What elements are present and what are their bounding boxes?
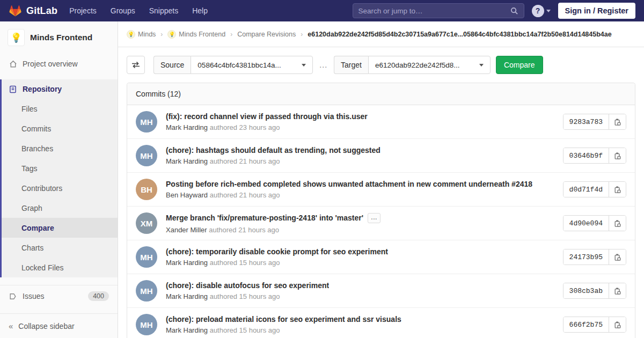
commit-title-link[interactable]: Posting before rich-embed completed show… — [166, 180, 532, 188]
commits-header: Commits (12) — [127, 83, 635, 105]
commit-sha[interactable]: 666f2b75 — [564, 317, 609, 332]
source-revision-dropdown[interactable]: 05864c4bfc4381bbc14a... — [191, 56, 313, 74]
main-content: 💡 Minds › 💡 Minds Frontend › Compare Rev… — [118, 21, 644, 338]
sidebar-issues-block: Issues 400 — [0, 285, 118, 306]
commit-author-link[interactable]: Mark Harding — [166, 292, 208, 300]
sidebar-section-repository: Repository Files Commits Branches Tags C… — [0, 79, 118, 277]
avatar[interactable]: MH — [136, 111, 157, 133]
target-revision-dropdown[interactable]: e6120dab922de242f5d8... — [368, 56, 491, 74]
sidebar-repo-subitem[interactable]: Contributors — [2, 178, 118, 198]
copy-sha-button[interactable] — [609, 216, 626, 231]
copy-sha-button[interactable] — [609, 114, 626, 129]
breadcrumb-separator: › — [230, 31, 232, 38]
source-label: Source — [153, 56, 191, 74]
collapse-label: Collapse sidebar — [18, 322, 74, 330]
sidebar-item-issues[interactable]: Issues 400 — [0, 286, 118, 306]
sidebar-item-label: Graph — [21, 204, 42, 212]
nav-link[interactable]: Help — [192, 6, 208, 15]
commit-sha[interactable]: 4d90e094 — [564, 216, 609, 231]
sidebar-repo-subitem[interactable]: Commits — [2, 119, 118, 138]
commit-title-link[interactable]: (chore): hashtags should default as tren… — [166, 146, 380, 155]
sidebar-repo-subitem[interactable]: Graph — [2, 198, 118, 218]
sidebar-item-label: Tags — [21, 164, 38, 173]
breadcrumb-label: Compare Revisions — [237, 31, 296, 38]
commit-author-link[interactable]: Mark Harding — [166, 326, 208, 334]
commit-sha[interactable]: 308cb3ab — [564, 283, 609, 298]
commit-time: authored 21 hours ago — [210, 191, 280, 199]
source-value: 05864c4bfc4381bbc14a... — [197, 61, 281, 69]
group-avatar: 💡 — [127, 30, 135, 39]
commit-title-link[interactable]: (chore): disable autofocus for seo exper… — [166, 281, 329, 290]
collapse-sidebar-button[interactable]: « Collapse sidebar — [0, 313, 118, 338]
global-search[interactable] — [353, 3, 524, 18]
commit-sha-group: 9283a783 — [563, 114, 626, 130]
sidebar-repo-subitem[interactable]: Locked Files — [2, 258, 118, 277]
compare-button[interactable]: Compare — [496, 56, 543, 74]
sidebar-item-label: Repository — [23, 85, 62, 93]
breadcrumb-link[interactable]: 💡 Minds — [127, 30, 156, 39]
breadcrumb-link[interactable]: Compare Revisions — [237, 31, 296, 38]
avatar[interactable]: MH — [136, 246, 157, 268]
sign-in-button[interactable]: Sign in / Register — [558, 3, 635, 19]
toggle-description-button[interactable]: ... — [368, 213, 380, 223]
copy-sha-button[interactable] — [609, 182, 626, 197]
commit-time: authored 21 hours ago — [209, 226, 279, 234]
help-menu[interactable]: ? — [532, 5, 551, 17]
help-icon: ? — [532, 5, 544, 17]
avatar[interactable]: BH — [136, 179, 157, 200]
gitlab-logo[interactable]: GitLab — [9, 4, 57, 17]
commit-sha[interactable]: d0d71f4d — [564, 182, 609, 197]
chevron-down-icon — [546, 10, 551, 12]
swap-revisions-button[interactable] — [127, 56, 145, 74]
commit-title-link[interactable]: (chore): preload material icons for seo … — [166, 315, 401, 324]
sidebar-item-label: Locked Files — [21, 263, 64, 272]
copy-sha-button[interactable] — [609, 283, 626, 298]
nav-link[interactable]: Projects — [69, 6, 97, 15]
commit-author-link[interactable]: Mark Harding — [166, 157, 208, 165]
commit-meta: Mark Harding authored 23 hours ago — [166, 123, 554, 131]
commit-sha-group: 308cb3ab — [563, 283, 626, 299]
breadcrumb-separator: › — [301, 31, 303, 38]
commit-sha[interactable]: 24173b95 — [564, 249, 609, 264]
copy-sha-button[interactable] — [609, 249, 626, 264]
breadcrumb-link[interactable]: 💡 Minds Frontend — [167, 30, 225, 39]
commit-meta: Mark Harding authored 15 hours ago — [166, 259, 554, 267]
avatar[interactable]: MH — [136, 280, 157, 302]
commit-sha[interactable]: 03646b9f — [564, 148, 609, 163]
commit-author-link[interactable]: Mark Harding — [166, 123, 208, 131]
breadcrumb-separator: › — [160, 31, 163, 38]
commit-sha[interactable]: 9283a783 — [564, 114, 609, 129]
target-label: Target — [334, 56, 368, 74]
sidebar-repo-subitem[interactable]: Compare — [2, 218, 118, 238]
nav-link[interactable]: Groups — [111, 6, 135, 15]
breadcrumb-label: Minds — [138, 31, 156, 38]
breadcrumb-label: Minds Frontend — [179, 31, 225, 38]
nav-link[interactable]: Snippets — [149, 6, 178, 15]
sidebar-repo-subitem[interactable]: Charts — [2, 238, 118, 258]
chevron-down-icon — [302, 64, 306, 67]
sidebar-repo-subitem[interactable]: Files — [2, 99, 118, 119]
sidebar-item-label: Branches — [21, 144, 53, 153]
sidebar-item-project-overview[interactable]: Project overview — [0, 55, 118, 73]
sidebar-repo-subitem[interactable]: Branches — [2, 138, 118, 158]
search-input[interactable] — [358, 7, 510, 15]
commit-author-link[interactable]: Ben Hayward — [166, 191, 208, 199]
commit-meta: Mark Harding authored 15 hours ago — [166, 292, 554, 300]
avatar[interactable]: XM — [136, 212, 157, 234]
project-context[interactable]: 💡 Minds Frontend — [0, 21, 118, 55]
sidebar-repo-subitem[interactable]: Tags — [2, 158, 118, 178]
avatar[interactable]: MH — [136, 314, 157, 335]
issues-icon — [9, 292, 17, 300]
commit-title-link[interactable]: Merge branch 'fix/premature-posting-2418… — [166, 214, 363, 222]
commit-title-link[interactable]: (chore): temporarily disable cookie prom… — [166, 247, 388, 256]
sidebar-item-repository[interactable]: Repository — [2, 79, 118, 99]
copy-sha-button[interactable] — [609, 148, 626, 163]
commit-time: authored 23 hours ago — [210, 123, 280, 131]
sidebar-item-label: Charts — [21, 244, 43, 252]
commit-author-link[interactable]: Mark Harding — [166, 259, 208, 267]
commit-title-link[interactable]: (fix): record channel view if passed thr… — [166, 112, 368, 121]
commit-author-link[interactable]: Xander Miller — [166, 226, 207, 234]
commit-row: XM Merge branch 'fix/premature-posting-2… — [127, 207, 635, 240]
copy-sha-button[interactable] — [609, 317, 626, 332]
avatar[interactable]: MH — [136, 145, 157, 166]
